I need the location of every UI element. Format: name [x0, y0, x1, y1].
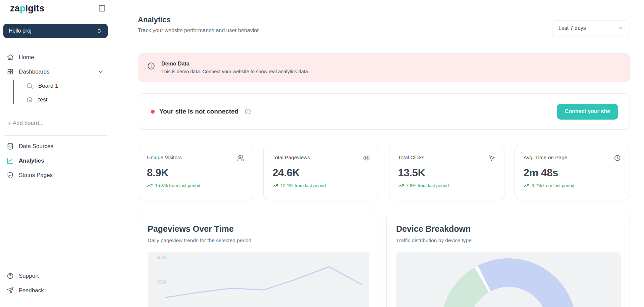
pageviews-plot-area: 6000 4500 — [148, 252, 369, 307]
board-label: Board 1 — [38, 83, 58, 89]
sidebar-divider — [4, 135, 107, 136]
device-plot-area — [396, 252, 621, 307]
device-chart-card: Device Breakdown Traffic distribution by… — [386, 214, 630, 307]
add-board-button[interactable]: + Add board... — [8, 120, 108, 127]
sidebar-footer: Support Feedback — [3, 269, 108, 298]
demo-data-banner: Demo Data This is demo data. Connect you… — [138, 53, 630, 82]
main-content: Analytics Track your website performance… — [111, 0, 644, 307]
trending-up-icon — [524, 183, 529, 188]
date-range-select[interactable]: Last 7 days — [552, 20, 630, 36]
sidebar-item-label: Support — [19, 273, 39, 279]
trending-up-icon — [272, 183, 278, 188]
sidebar-item-label: Home — [19, 54, 34, 61]
sidebar: zapigits Hello proj Home Dashboards Boar… — [0, 0, 111, 307]
sidebar-item-dashboards[interactable]: Dashboards — [3, 64, 108, 79]
sidebar-nav: Home Dashboards Board 1 test + Add board… — [3, 50, 108, 182]
donut-hole — [469, 287, 548, 307]
sidebar-item-test[interactable]: test — [10, 93, 108, 106]
eye-icon — [363, 155, 370, 162]
chevron-down-icon — [618, 25, 624, 31]
sidebar-item-label: Data Sources — [19, 143, 53, 150]
project-selector[interactable]: Hello proj — [3, 24, 108, 38]
trending-up-icon — [398, 183, 404, 188]
stat-label: Total Pageviews — [272, 155, 310, 161]
connection-status-text: Your site is not connected — [159, 108, 238, 115]
info-icon — [147, 62, 155, 70]
stat-value: 13.5K — [398, 167, 495, 179]
sidebar-item-board-1[interactable]: Board 1 — [10, 79, 108, 93]
project-name: Hello proj — [9, 28, 32, 34]
stat-value: 2m 48s — [524, 167, 621, 179]
trending-up-icon — [147, 183, 153, 188]
sidebar-item-home[interactable]: Home — [3, 50, 108, 64]
sidebar-item-analytics[interactable]: Analytics — [3, 154, 108, 168]
stat-label: Unique Visitors — [147, 155, 182, 161]
stat-change: 3.2% from last period — [524, 183, 621, 188]
board-label: test — [38, 96, 47, 103]
grid-icon — [7, 68, 14, 75]
pageviews-chart-card: Pageviews Over Time Daily pageview trend… — [138, 214, 378, 307]
pageviews-line-chart — [148, 252, 369, 307]
chart-subtitle: Traffic distribution by device type — [396, 237, 621, 244]
page-title: Analytics — [138, 15, 259, 24]
page-subtitle: Track your website performance and user … — [138, 28, 259, 34]
stat-card-total-pageviews: Total Pageviews 24.6K 12.1% from last pe… — [263, 145, 379, 200]
app-logo: zapigits — [10, 3, 44, 14]
stat-label: Total Clicks — [398, 155, 424, 161]
sidebar-item-support[interactable]: Support — [3, 269, 108, 283]
chevron-down-icon — [97, 68, 104, 75]
chart-title: Device Breakdown — [396, 224, 621, 234]
stat-card-total-clicks: Total Clicks 13.5K 7.8% from last period — [389, 145, 504, 200]
stat-card-avg-time: Avg. Time on Page 2m 48s 3.2% from last … — [515, 145, 630, 200]
shield-check-icon — [7, 172, 14, 179]
sidebar-item-label: Status Pages — [19, 172, 53, 179]
connect-site-button[interactable]: Connect your site — [557, 104, 618, 120]
status-dot — [151, 110, 155, 114]
stat-change: 12.1% from last period — [272, 183, 370, 188]
boards-list: Board 1 test — [10, 79, 108, 106]
home-icon — [7, 54, 14, 61]
users-icon — [237, 155, 244, 162]
sidebar-item-status-pages[interactable]: Status Pages — [3, 168, 108, 182]
date-range-value: Last 7 days — [558, 25, 586, 31]
help-circle-icon — [7, 272, 14, 279]
chevrons-up-down-icon — [96, 28, 102, 34]
stat-change: 7.8% from last period — [398, 183, 495, 188]
stat-value: 8.9K — [147, 167, 244, 179]
clock-icon — [614, 155, 621, 162]
banner-title: Demo Data — [161, 61, 309, 67]
device-donut-chart — [441, 258, 576, 307]
chart-title: Pageviews Over Time — [148, 224, 369, 234]
sidebar-collapse-icon[interactable] — [98, 5, 106, 13]
sidebar-item-label: Dashboards — [19, 69, 50, 75]
home-icon — [26, 96, 33, 103]
stat-card-unique-visitors: Unique Visitors 8.9K 15.3% from last per… — [138, 145, 253, 200]
info-icon — [245, 108, 251, 115]
connection-status-card: Your site is not connected Connect your … — [138, 93, 630, 130]
search-icon — [26, 82, 33, 89]
cursor-icon — [488, 155, 495, 162]
send-icon — [7, 287, 14, 294]
stat-value: 24.6K — [272, 167, 370, 179]
stat-change: 15.3% from last period — [147, 183, 244, 188]
line-chart-icon — [7, 157, 14, 164]
banner-message: This is demo data. Connect your website … — [161, 69, 309, 74]
database-icon — [7, 143, 14, 150]
sidebar-item-data-sources[interactable]: Data Sources — [3, 139, 108, 154]
chart-subtitle: Daily pageview trends for the selected p… — [148, 237, 369, 244]
active-section-rule — [13, 80, 14, 104]
stats-row: Unique Visitors 8.9K 15.3% from last per… — [138, 145, 630, 200]
sidebar-item-label: Feedback — [19, 287, 44, 294]
sidebar-item-feedback[interactable]: Feedback — [3, 283, 108, 298]
stat-label: Avg. Time on Page — [524, 155, 568, 161]
charts-row: Pageviews Over Time Daily pageview trend… — [138, 214, 630, 307]
sidebar-item-label: Analytics — [19, 158, 44, 164]
